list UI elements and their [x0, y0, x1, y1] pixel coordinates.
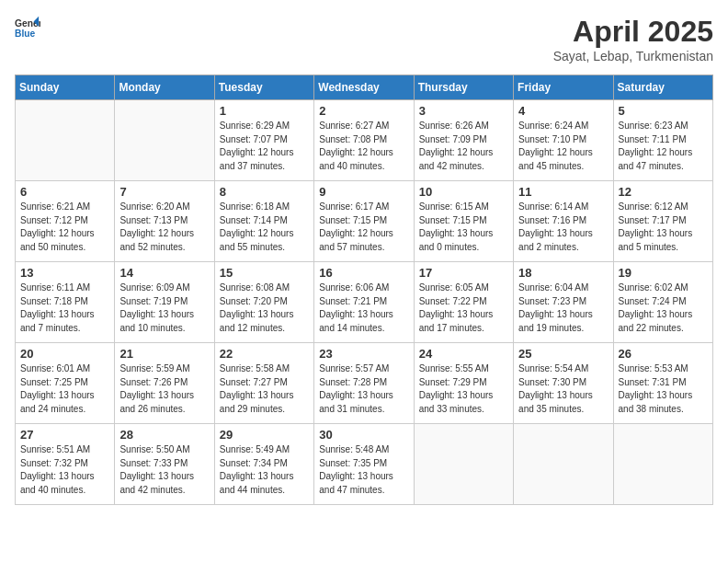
day-info: Sunrise: 6:08 AM Sunset: 7:20 PM Dayligh…	[220, 282, 309, 335]
day-cell: 3Sunrise: 6:26 AM Sunset: 7:09 PM Daylig…	[414, 100, 513, 181]
day-cell	[514, 424, 613, 505]
day-cell: 10Sunrise: 6:15 AM Sunset: 7:15 PM Dayli…	[414, 181, 513, 262]
day-number: 23	[319, 347, 408, 361]
day-info: Sunrise: 6:18 AM Sunset: 7:14 PM Dayligh…	[220, 201, 309, 254]
day-info: Sunrise: 6:23 AM Sunset: 7:11 PM Dayligh…	[619, 120, 708, 173]
day-info: Sunrise: 5:49 AM Sunset: 7:34 PM Dayligh…	[220, 443, 309, 497]
calendar-table: SundayMondayTuesdayWednesdayThursdayFrid…	[15, 75, 713, 505]
week-row-3: 13Sunrise: 6:11 AM Sunset: 7:18 PM Dayli…	[16, 262, 713, 343]
day-number: 2	[319, 104, 408, 118]
day-info: Sunrise: 6:26 AM Sunset: 7:09 PM Dayligh…	[419, 120, 508, 173]
title-block: April 2025 Sayat, Lebap, Turkmenistan	[553, 15, 713, 63]
logo: General Blue	[15, 15, 40, 40]
day-number: 27	[20, 428, 109, 442]
day-cell: 30Sunrise: 5:48 AM Sunset: 7:35 PM Dayli…	[314, 424, 414, 505]
day-cell: 8Sunrise: 6:18 AM Sunset: 7:14 PM Daylig…	[214, 181, 313, 262]
day-info: Sunrise: 5:57 AM Sunset: 7:28 PM Dayligh…	[319, 362, 408, 416]
svg-text:Blue: Blue	[15, 29, 36, 39]
day-cell: 13Sunrise: 6:11 AM Sunset: 7:18 PM Dayli…	[16, 262, 115, 343]
day-cell	[16, 100, 115, 181]
day-cell: 18Sunrise: 6:04 AM Sunset: 7:23 PM Dayli…	[514, 262, 613, 343]
day-info: Sunrise: 6:11 AM Sunset: 7:18 PM Dayligh…	[20, 282, 109, 335]
day-cell: 23Sunrise: 5:57 AM Sunset: 7:28 PM Dayli…	[314, 343, 414, 424]
day-cell: 28Sunrise: 5:50 AM Sunset: 7:33 PM Dayli…	[115, 424, 214, 505]
day-info: Sunrise: 5:51 AM Sunset: 7:32 PM Dayligh…	[20, 443, 109, 497]
day-number: 22	[220, 347, 309, 361]
weekday-header-monday: Monday	[115, 75, 214, 100]
day-number: 12	[619, 185, 708, 199]
day-number: 7	[119, 185, 209, 199]
weekday-header-wednesday: Wednesday	[314, 75, 414, 100]
day-info: Sunrise: 6:06 AM Sunset: 7:21 PM Dayligh…	[319, 282, 408, 335]
day-info: Sunrise: 6:21 AM Sunset: 7:12 PM Dayligh…	[20, 201, 109, 254]
day-number: 11	[518, 185, 608, 199]
day-number: 1	[220, 104, 309, 118]
day-number: 21	[119, 347, 209, 361]
weekday-header-friday: Friday	[514, 75, 613, 100]
day-number: 29	[220, 428, 309, 442]
day-cell: 6Sunrise: 6:21 AM Sunset: 7:12 PM Daylig…	[16, 181, 115, 262]
day-info: Sunrise: 6:27 AM Sunset: 7:08 PM Dayligh…	[319, 120, 408, 173]
day-info: Sunrise: 6:20 AM Sunset: 7:13 PM Dayligh…	[119, 201, 209, 254]
day-number: 24	[419, 347, 508, 361]
month-title: April 2025	[553, 15, 713, 49]
day-number: 28	[119, 428, 209, 442]
day-cell: 4Sunrise: 6:24 AM Sunset: 7:10 PM Daylig…	[514, 100, 613, 181]
day-number: 10	[419, 185, 508, 199]
day-cell: 27Sunrise: 5:51 AM Sunset: 7:32 PM Dayli…	[16, 424, 115, 505]
day-cell: 9Sunrise: 6:17 AM Sunset: 7:15 PM Daylig…	[314, 181, 414, 262]
week-row-4: 20Sunrise: 6:01 AM Sunset: 7:25 PM Dayli…	[16, 343, 713, 424]
day-cell: 12Sunrise: 6:12 AM Sunset: 7:17 PM Dayli…	[613, 181, 712, 262]
day-number: 19	[619, 266, 708, 280]
day-cell: 19Sunrise: 6:02 AM Sunset: 7:24 PM Dayli…	[613, 262, 712, 343]
day-number: 30	[319, 428, 408, 442]
day-number: 20	[20, 347, 109, 361]
day-number: 14	[119, 266, 209, 280]
day-cell: 25Sunrise: 5:54 AM Sunset: 7:30 PM Dayli…	[514, 343, 613, 424]
day-cell: 20Sunrise: 6:01 AM Sunset: 7:25 PM Dayli…	[16, 343, 115, 424]
week-row-5: 27Sunrise: 5:51 AM Sunset: 7:32 PM Dayli…	[16, 424, 713, 505]
day-info: Sunrise: 6:05 AM Sunset: 7:22 PM Dayligh…	[419, 282, 508, 335]
day-info: Sunrise: 5:59 AM Sunset: 7:26 PM Dayligh…	[119, 362, 209, 416]
day-number: 4	[518, 104, 608, 118]
day-cell: 11Sunrise: 6:14 AM Sunset: 7:16 PM Dayli…	[514, 181, 613, 262]
day-info: Sunrise: 6:12 AM Sunset: 7:17 PM Dayligh…	[619, 201, 708, 254]
day-number: 25	[518, 347, 608, 361]
day-number: 5	[619, 104, 708, 118]
day-number: 16	[319, 266, 408, 280]
weekday-header-thursday: Thursday	[414, 75, 513, 100]
day-info: Sunrise: 6:01 AM Sunset: 7:25 PM Dayligh…	[20, 362, 109, 416]
day-cell	[613, 424, 712, 505]
day-number: 26	[619, 347, 708, 361]
day-info: Sunrise: 5:54 AM Sunset: 7:30 PM Dayligh…	[518, 362, 608, 416]
day-number: 9	[319, 185, 408, 199]
day-info: Sunrise: 5:58 AM Sunset: 7:27 PM Dayligh…	[220, 362, 309, 416]
week-row-1: 1Sunrise: 6:29 AM Sunset: 7:07 PM Daylig…	[16, 100, 713, 181]
day-info: Sunrise: 6:04 AM Sunset: 7:23 PM Dayligh…	[518, 282, 608, 335]
day-cell: 1Sunrise: 6:29 AM Sunset: 7:07 PM Daylig…	[214, 100, 313, 181]
day-info: Sunrise: 6:14 AM Sunset: 7:16 PM Dayligh…	[518, 201, 608, 254]
day-cell: 17Sunrise: 6:05 AM Sunset: 7:22 PM Dayli…	[414, 262, 513, 343]
day-cell: 15Sunrise: 6:08 AM Sunset: 7:20 PM Dayli…	[214, 262, 313, 343]
day-cell: 5Sunrise: 6:23 AM Sunset: 7:11 PM Daylig…	[613, 100, 712, 181]
day-info: Sunrise: 6:17 AM Sunset: 7:15 PM Dayligh…	[319, 201, 408, 254]
day-info: Sunrise: 5:48 AM Sunset: 7:35 PM Dayligh…	[319, 443, 408, 497]
day-cell: 21Sunrise: 5:59 AM Sunset: 7:26 PM Dayli…	[115, 343, 214, 424]
page-header: General Blue April 2025 Sayat, Lebap, Tu…	[15, 15, 713, 63]
day-cell: 2Sunrise: 6:27 AM Sunset: 7:08 PM Daylig…	[314, 100, 414, 181]
day-info: Sunrise: 6:02 AM Sunset: 7:24 PM Dayligh…	[619, 282, 708, 335]
day-number: 6	[20, 185, 109, 199]
day-number: 15	[220, 266, 309, 280]
day-info: Sunrise: 6:15 AM Sunset: 7:15 PM Dayligh…	[419, 201, 508, 254]
day-cell: 14Sunrise: 6:09 AM Sunset: 7:19 PM Dayli…	[115, 262, 214, 343]
day-info: Sunrise: 6:24 AM Sunset: 7:10 PM Dayligh…	[518, 120, 608, 173]
day-info: Sunrise: 5:53 AM Sunset: 7:31 PM Dayligh…	[619, 362, 708, 416]
weekday-header-row: SundayMondayTuesdayWednesdayThursdayFrid…	[16, 75, 713, 100]
day-cell	[115, 100, 214, 181]
day-info: Sunrise: 5:55 AM Sunset: 7:29 PM Dayligh…	[419, 362, 508, 416]
day-number: 18	[518, 266, 608, 280]
day-number: 3	[419, 104, 508, 118]
day-cell: 24Sunrise: 5:55 AM Sunset: 7:29 PM Dayli…	[414, 343, 513, 424]
day-cell: 16Sunrise: 6:06 AM Sunset: 7:21 PM Dayli…	[314, 262, 414, 343]
day-cell: 22Sunrise: 5:58 AM Sunset: 7:27 PM Dayli…	[214, 343, 313, 424]
